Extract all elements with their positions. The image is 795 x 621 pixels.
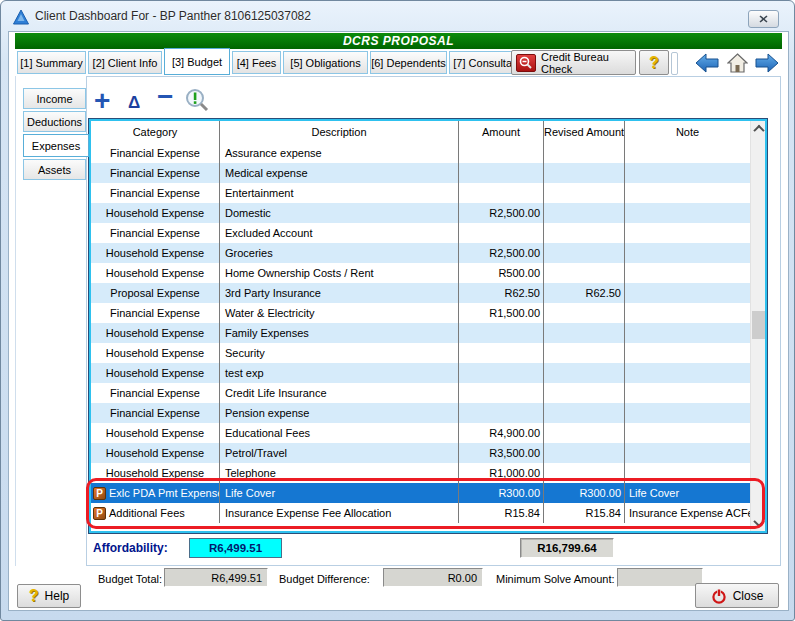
cell-category: P Household Expense xyxy=(91,343,220,363)
window-title: Client Dashboard For - BP Panther 810612… xyxy=(35,1,311,31)
cell-note xyxy=(625,323,750,343)
cell-category: P Household Expense xyxy=(91,323,220,343)
table-row[interactable]: P Household Expense test exp xyxy=(91,363,750,383)
sidebar-item-income[interactable]: Income xyxy=(23,88,86,109)
cell-description: Family Expenses xyxy=(220,323,459,343)
cell-note xyxy=(625,463,750,483)
sidebar-item-deductions[interactable]: Deductions xyxy=(23,111,86,132)
nav-forward-button[interactable] xyxy=(755,52,779,74)
credit-bureau-check-button[interactable]: Credit Bureau Check xyxy=(511,50,636,75)
cell-description: Entertainment xyxy=(220,183,459,203)
tab-summary[interactable]: [1] Summary xyxy=(17,51,86,74)
scroll-up-button[interactable] xyxy=(751,121,766,137)
chevron-up-icon xyxy=(753,125,764,136)
cell-description: Medical expense xyxy=(220,163,459,183)
remove-expense-button[interactable]: − xyxy=(157,83,173,111)
window-close-button[interactable] xyxy=(748,10,779,28)
table-row[interactable]: P Financial Expense Credit Life Insuranc… xyxy=(91,383,750,403)
minimum-solve-input[interactable] xyxy=(617,568,703,587)
column-header-amount[interactable]: Amount xyxy=(459,121,544,143)
cell-description: Water & Electricity xyxy=(220,303,459,323)
cell-revised-amount xyxy=(544,163,625,183)
help-button-label: Help xyxy=(45,589,70,603)
cell-category: P Household Expense xyxy=(91,443,220,463)
cell-note xyxy=(625,283,750,303)
cell-revised-amount xyxy=(544,303,625,323)
cell-category: P Financial Expense xyxy=(91,303,220,323)
table-row[interactable]: P Financial Expense Water & Electricity … xyxy=(91,303,750,323)
help-button[interactable]: ? Help xyxy=(17,584,81,608)
table-row[interactable]: P Exlc PDA Pmt Expense Life Cover R300.0… xyxy=(91,483,750,503)
table-row[interactable]: P Financial Expense Assurance expense xyxy=(91,143,750,163)
cell-revised-amount xyxy=(544,243,625,263)
nav-back-button[interactable] xyxy=(695,52,719,74)
table-row[interactable]: P Financial Expense Medical expense xyxy=(91,163,750,183)
table-row[interactable]: P Financial Expense Entertainment xyxy=(91,183,750,203)
close-button[interactable]: Close xyxy=(695,583,779,608)
vertical-scrollbar[interactable] xyxy=(750,121,765,531)
cell-revised-amount xyxy=(544,143,625,163)
sidebar-item-expenses[interactable]: Expenses xyxy=(23,134,89,157)
cell-description: Security xyxy=(220,343,459,363)
column-header-category[interactable]: Category xyxy=(91,121,220,143)
credit-bureau-magnifier-icon xyxy=(516,54,536,72)
cell-note xyxy=(625,163,750,183)
table-row[interactable]: P Household Expense Home Ownership Costs… xyxy=(91,263,750,283)
cell-amount: R1,000.00 xyxy=(459,463,544,483)
cell-note xyxy=(625,143,750,163)
affordability-value: R6,499.51 xyxy=(189,538,282,558)
table-row[interactable]: P Household Expense Petrol/Travel R3,500… xyxy=(91,443,750,463)
cell-note xyxy=(625,223,750,243)
column-header-revised-amount[interactable]: Revised Amount xyxy=(544,121,625,143)
tab-budget[interactable]: [3] Budget xyxy=(164,48,230,75)
budget-difference-value: R0.00 xyxy=(383,568,483,587)
tab-dependents[interactable]: [6] Dependents xyxy=(370,51,447,74)
home-button[interactable] xyxy=(727,53,748,73)
cell-note xyxy=(625,423,750,443)
cell-amount: R2,500.00 xyxy=(459,243,544,263)
table-row[interactable]: P Additional Fees Insurance Expense Fee … xyxy=(91,503,750,523)
cell-description: Insurance Expense Fee Allocation xyxy=(220,503,459,523)
cell-revised-amount xyxy=(544,403,625,423)
cell-amount xyxy=(459,363,544,383)
proposal-banner: DCRS PROPOSAL xyxy=(15,33,782,49)
cell-revised-amount: R62.50 xyxy=(544,283,625,303)
help-question-button[interactable]: ? xyxy=(639,50,669,75)
table-row[interactable]: P Household Expense Family Expenses xyxy=(91,323,750,343)
table-row[interactable]: P Financial Expense Pension expense xyxy=(91,403,750,423)
cell-amount xyxy=(459,163,544,183)
cell-revised-amount: R300.00 xyxy=(544,483,625,503)
cell-revised-amount xyxy=(544,203,625,223)
table-body: P Financial Expense Assurance expense P … xyxy=(91,143,765,523)
cell-description: Assurance expense xyxy=(220,143,459,163)
sidebar-item-assets[interactable]: Assets xyxy=(23,159,86,180)
expenses-table: Category Description Amount Revised Amou… xyxy=(89,119,767,533)
scroll-down-button[interactable] xyxy=(751,515,766,531)
table-row[interactable]: P Household Expense Telephone R1,000.00 xyxy=(91,463,750,483)
cell-note xyxy=(625,403,750,423)
tab-obligations[interactable]: [5] Obligations xyxy=(283,51,368,74)
cell-note: Life Cover xyxy=(625,483,750,503)
add-expense-button[interactable]: + xyxy=(94,87,110,115)
cell-description: Pension expense xyxy=(220,403,459,423)
table-row[interactable]: P Household Expense Security xyxy=(91,343,750,363)
cell-description: Credit Life Insurance xyxy=(220,383,459,403)
tab-client-info[interactable]: [2] Client Info xyxy=(88,51,162,74)
power-icon xyxy=(711,588,727,604)
edit-delta-button[interactable]: Δ xyxy=(128,94,140,111)
cell-revised-amount xyxy=(544,383,625,403)
column-header-description[interactable]: Description xyxy=(220,121,459,143)
table-row[interactable]: P Household Expense Educational Fees R4,… xyxy=(91,423,750,443)
table-row[interactable]: P Financial Expense Excluded Account xyxy=(91,223,750,243)
table-row[interactable]: P Household Expense Domestic R2,500.00 xyxy=(91,203,750,223)
table-row[interactable]: P Proposal Expense 3rd Party Insurance R… xyxy=(91,283,750,303)
tab-fees[interactable]: [4] Fees xyxy=(232,51,281,74)
column-header-note[interactable]: Note xyxy=(625,121,750,143)
verify-zoom-button[interactable] xyxy=(184,88,210,114)
cell-amount: R3,500.00 xyxy=(459,443,544,463)
cell-category: P Financial Expense xyxy=(91,383,220,403)
cell-category: P Household Expense xyxy=(91,463,220,483)
scrollbar-thumb[interactable] xyxy=(752,311,765,339)
cell-note xyxy=(625,303,750,323)
table-row[interactable]: P Household Expense Groceries R2,500.00 xyxy=(91,243,750,263)
